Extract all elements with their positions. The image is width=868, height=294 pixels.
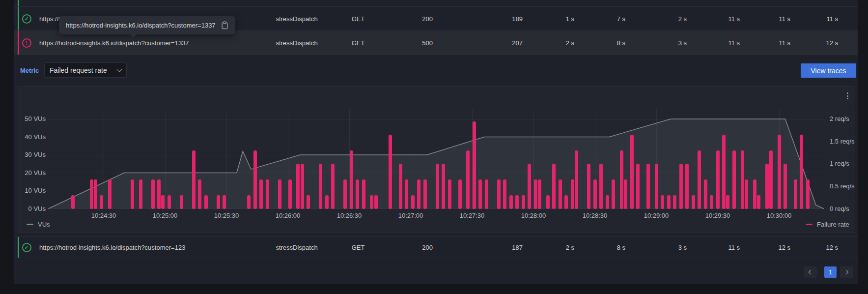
- chevron-down-icon: [116, 66, 122, 72]
- failure-rate-bar: [247, 195, 251, 208]
- failure-rate-bar: [509, 195, 513, 208]
- request-count-cell: 207: [433, 39, 523, 47]
- failure-rate-bar: [370, 195, 373, 208]
- failure-rate-bar: [515, 195, 519, 208]
- failure-rate-bar: [466, 150, 470, 209]
- timing-cell-5: 11 s: [740, 15, 790, 23]
- request-row[interactable]: !https://hotrod-insights.k6.io/dispatch?…: [14, 31, 858, 55]
- y-axis-right-label: 0 req/s: [830, 205, 849, 212]
- timing-cell-4: 11 s: [687, 15, 740, 23]
- x-axis-label: 10:28:30: [573, 212, 617, 219]
- failure-rate-bar: [784, 164, 787, 208]
- url-tooltip-text: https://hotrod-insights.k6.io/dispatch?c…: [66, 22, 216, 29]
- failure-rate-bar: [704, 179, 707, 208]
- failure-rate-bar: [599, 164, 603, 208]
- failure-rate-bar: [473, 121, 476, 209]
- failure-rate-bar: [679, 164, 683, 208]
- request-row[interactable]: ✓https://hotrod-insights.k6.io/dispatch?…: [14, 237, 858, 258]
- failure-rate-bar: [100, 195, 103, 208]
- failure-rate-bar: [350, 150, 353, 209]
- method-cell: GET: [329, 15, 388, 23]
- chevron-left-icon: [809, 270, 813, 275]
- failure-rate-bar: [278, 179, 281, 208]
- y-axis-left-label: 10 VUs: [9, 187, 46, 194]
- failure-rate-legend-swatch: [806, 224, 812, 225]
- timing-cell-3: 3 s: [625, 39, 687, 47]
- view-traces-button[interactable]: View traces: [801, 63, 856, 78]
- failure-rate-bar: [343, 179, 347, 208]
- legend-vus[interactable]: VUs: [27, 221, 50, 228]
- failure-rate-bar: [497, 179, 501, 208]
- x-axis-label: 10:26:00: [266, 212, 310, 219]
- failure-rate-bar: [436, 164, 439, 208]
- metric-label: Metric: [20, 67, 39, 74]
- row-status-accent: [18, 31, 19, 55]
- timing-cell-5: 11 s: [740, 39, 790, 47]
- metric-dropdown-value: Failed request rate: [50, 66, 113, 74]
- failure-rate-bar: [534, 179, 537, 208]
- failure-rate-bar: [331, 164, 335, 208]
- failure-rate-bar: [559, 179, 562, 208]
- failure-rate-bar: [757, 195, 760, 208]
- x-axis-label: 10:26:30: [327, 212, 371, 219]
- x-axis-label: 10:30:00: [757, 212, 801, 219]
- status-code-cell: 500: [388, 39, 433, 47]
- x-axis-label: 10:29:00: [634, 212, 678, 219]
- failure-rate-bar: [710, 195, 713, 208]
- failure-rate-bar: [90, 179, 93, 208]
- y-axis-left-label: 40 VUs: [9, 133, 46, 141]
- pagination-next-button[interactable]: [840, 266, 853, 278]
- failure-rate-bar: [593, 179, 597, 208]
- panel-menu-icon[interactable]: [844, 91, 851, 100]
- timing-cell-1: 2 s: [523, 244, 574, 251]
- failure-rate-bar: [503, 179, 506, 208]
- row-status-accent: [18, 237, 19, 258]
- failure-rate-bar: [362, 179, 365, 208]
- failure-rate-bar: [319, 164, 322, 208]
- y-axis-right-label: 0.5 req/s: [830, 182, 855, 190]
- row-status-accent: [18, 7, 19, 30]
- y-axis-left-label: 30 VUs: [9, 151, 46, 158]
- failure-rate-bar: [564, 195, 568, 208]
- v-gridline: [226, 109, 227, 209]
- failure-rate-bar: [296, 164, 300, 208]
- failure-rate-bar: [794, 179, 797, 208]
- failure-rate-bar: [655, 164, 658, 208]
- pagination-prev-button[interactable]: [804, 266, 817, 278]
- failure-rate-bar: [389, 135, 392, 209]
- failure-rate-bar: [485, 179, 488, 208]
- x-axis-label: 10:25:30: [204, 212, 249, 219]
- failure-rate-bar: [301, 164, 304, 208]
- y-axis-right-label: 2 req/s: [830, 115, 849, 122]
- failure-rate-bar: [636, 164, 640, 208]
- failure-rate-bar: [253, 150, 257, 209]
- failure-rate-bar: [198, 179, 201, 208]
- failure-rate-bar: [448, 179, 451, 208]
- status-code-cell: 200: [388, 244, 433, 251]
- failure-rate-bar: [288, 179, 292, 208]
- failure-rate-bar: [442, 164, 445, 208]
- failure-rate-bar: [745, 179, 748, 208]
- legend-failure-rate[interactable]: Failure rate: [806, 221, 849, 228]
- failure-rate-bar: [528, 164, 531, 208]
- y-axis-left-label: 20 VUs: [9, 169, 46, 176]
- failure-rate-bar: [108, 179, 112, 208]
- timing-cell-3: 2 s: [625, 15, 687, 23]
- failed-request-rate-chart-panel: [17, 86, 855, 233]
- failure-rate-bar: [716, 150, 720, 209]
- h-gridline: [48, 137, 824, 137]
- timing-cell-1: 2 s: [523, 39, 574, 47]
- copy-url-button[interactable]: [221, 21, 228, 29]
- failure-rate-bar: [698, 150, 701, 209]
- pagination-page-1-button[interactable]: 1: [824, 266, 837, 278]
- failure-rate-bar: [571, 179, 574, 208]
- v-gridline: [411, 109, 411, 209]
- failure-rate-bar: [223, 195, 226, 208]
- method-cell: GET: [329, 39, 388, 47]
- failure-rate-bar: [259, 179, 263, 208]
- failure-rate-bar: [423, 179, 427, 208]
- chevron-right-icon: [844, 270, 849, 275]
- failure-rate-bar: [741, 150, 744, 209]
- request-count-cell: 187: [433, 244, 523, 251]
- metric-dropdown[interactable]: Failed request rate: [44, 62, 127, 78]
